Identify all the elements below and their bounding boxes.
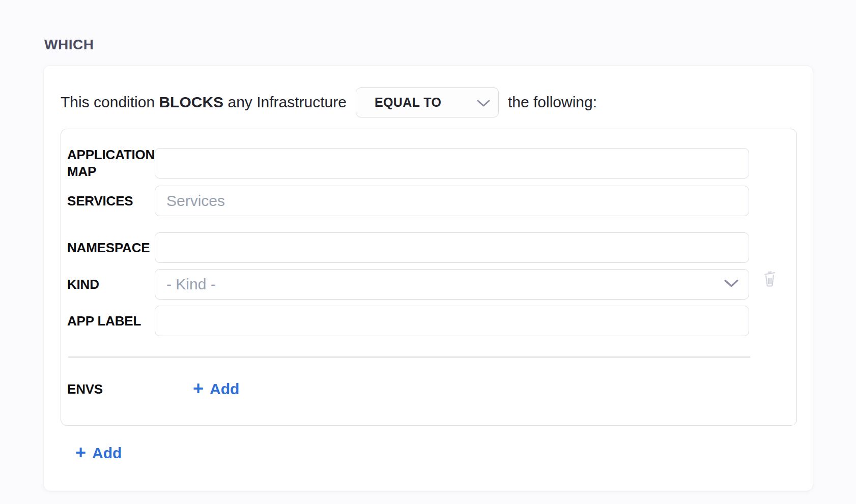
envs-add-button[interactable]: + Add xyxy=(193,380,239,398)
condition-text-prefix: This condition xyxy=(61,94,155,110)
services-label: SERVICES xyxy=(67,193,155,210)
chevron-down-icon xyxy=(724,279,738,290)
envs-label: ENVS xyxy=(67,381,155,398)
field-row-kind: KIND - Kind - xyxy=(67,269,796,300)
namespace-input[interactable] xyxy=(155,232,749,263)
trash-icon xyxy=(762,282,777,289)
application-map-input[interactable] xyxy=(155,148,749,179)
fieldset-divider xyxy=(68,357,750,358)
condition-builder-page: WHICH This condition BLOCKS any Infrastr… xyxy=(0,0,856,504)
namespace-label: NAMESPACE xyxy=(67,240,155,256)
condition-sentence-row: This condition BLOCKS any Infrastructure… xyxy=(61,87,796,117)
add-infrastructure-button[interactable]: + Add xyxy=(75,444,122,462)
kind-label: KIND xyxy=(67,276,155,293)
application-map-label: APPLICATION MAP xyxy=(67,146,155,180)
condition-text-suffix: the following: xyxy=(508,94,597,111)
app-label-label: APP LABEL xyxy=(67,313,155,330)
field-row-namespace: NAMESPACE xyxy=(67,232,796,263)
plus-icon: + xyxy=(193,379,204,398)
services-input[interactable] xyxy=(155,186,749,216)
field-row-envs: ENVS + Add xyxy=(67,380,796,398)
kind-select-placeholder: - Kind - xyxy=(166,276,216,293)
kind-select[interactable]: - Kind - xyxy=(155,269,749,300)
infrastructure-fieldset: APPLICATION MAP SERVICES NAMESPACE KIND … xyxy=(61,129,797,426)
field-row-services: SERVICES xyxy=(67,186,796,216)
chevron-down-icon xyxy=(477,94,490,111)
app-label-input[interactable] xyxy=(155,306,749,336)
operator-select-value: EQUAL TO xyxy=(375,95,441,110)
condition-card: This condition BLOCKS any Infrastructure… xyxy=(43,65,813,491)
plus-icon: + xyxy=(75,443,86,462)
condition-text-subject: any Infrastructure xyxy=(227,94,346,110)
add-infrastructure-button-label: Add xyxy=(92,444,122,462)
operator-select[interactable]: EQUAL TO xyxy=(356,87,499,117)
delete-infrastructure-button[interactable] xyxy=(761,269,778,289)
field-row-application-map: APPLICATION MAP xyxy=(67,146,796,180)
condition-effect-text: BLOCKS xyxy=(159,94,223,110)
section-title: WHICH xyxy=(44,37,94,53)
field-row-app-label: APP LABEL xyxy=(67,306,796,336)
condition-sentence: This condition BLOCKS any Infrastructure xyxy=(61,94,347,111)
envs-add-button-label: Add xyxy=(210,380,239,398)
